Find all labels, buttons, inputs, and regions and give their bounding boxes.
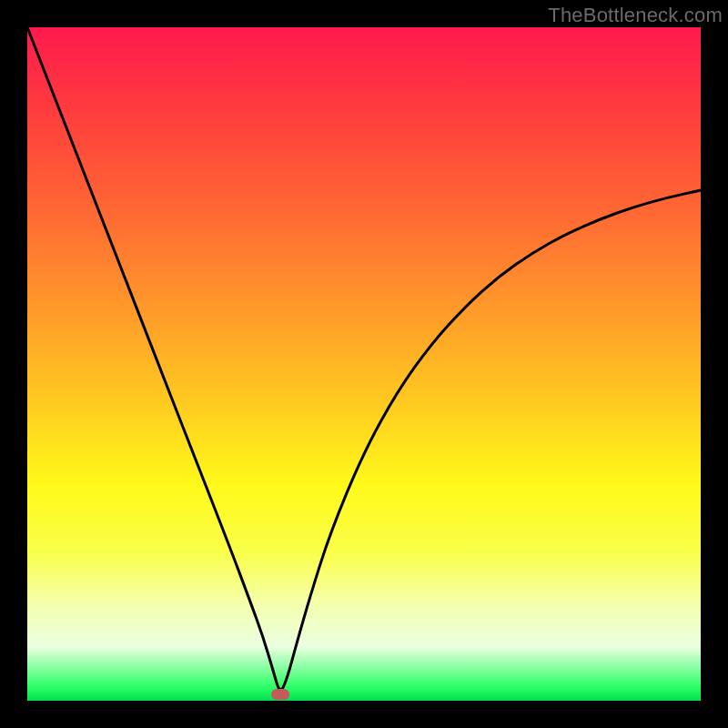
- bottleneck-curve: [27, 27, 701, 690]
- minimum-marker: [271, 689, 289, 700]
- plot-area: [27, 27, 701, 701]
- curve-svg: [27, 27, 701, 701]
- chart-frame: TheBottleneck.com: [0, 0, 728, 728]
- watermark-text: TheBottleneck.com: [548, 4, 723, 27]
